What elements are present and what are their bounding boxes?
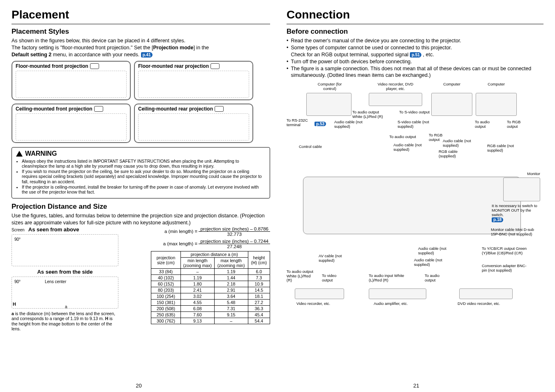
before-bullets: Read the owner's manual of the device yo… [287, 37, 543, 79]
cell: 1.19 [214, 269, 248, 275]
formula2-den: 27.248 [199, 244, 270, 249]
style-figure [138, 71, 249, 98]
cell: 200 (508) [151, 306, 181, 312]
warning-item: If you wish to mount the projector on th… [22, 169, 266, 184]
table-row: 300 (762)9.13–54.4 [151, 318, 270, 324]
cell: 3.02 [180, 293, 214, 300]
fig-above-box: 90° [12, 234, 118, 266]
dl-video-rec: Video recorder, DVD player, etc. [373, 82, 418, 91]
style-icon [94, 106, 103, 112]
style-label-1: Floor-mounted rear projection [138, 63, 209, 69]
th-dist: projection distance a (m) [180, 251, 248, 258]
dl-audio-cable-ns-2: Audio cable (not supplied) [393, 143, 426, 152]
warning-title: WARNING [25, 150, 57, 157]
intro-line2c: ] in the [193, 45, 209, 51]
formula1-num: projection size (inches) – 0.8786 [199, 226, 270, 232]
dl-svideo-out: To S-video output [399, 110, 436, 114]
heading-before: Before connection [287, 28, 543, 36]
th-max: max length (zooming min) [214, 258, 248, 269]
device-recorder [369, 93, 422, 106]
cell: – [214, 318, 248, 324]
title-connection: Connection [287, 8, 543, 21]
connection-diagram: Computer (for control) Video recorder, D… [287, 82, 543, 329]
bullet-item: Turn off the power of both devices befor… [287, 58, 543, 65]
cell: 33 (84) [151, 269, 181, 275]
style-box-ceiling-front: Ceiling-mounted front projection [12, 104, 131, 143]
dl-rgb-output-1: To RGB output [507, 120, 527, 129]
style-box-ceiling-rear: Ceiling-mounted rear projection [134, 104, 253, 143]
device-laptop [476, 93, 517, 116]
dl-computer2: Computer [480, 82, 513, 86]
dl-audio-amp: Audio amplifier, etc. [374, 302, 431, 306]
fig-screen-label: Screen [12, 228, 25, 232]
cell: 2.41 [180, 287, 214, 293]
intro-line2a: The factory setting is "floor-mounted fr… [12, 45, 153, 51]
heading-styles: Placement Styles [12, 28, 270, 36]
dl-dvd-rec: DVD video recorder, etc. [458, 302, 523, 306]
cell: 5.48 [214, 300, 248, 306]
bullet-text: Some types of computer cannot be used or… [291, 44, 452, 58]
dl-av-cable: AV cable (not supplied) [319, 254, 352, 263]
distance-table: projection size (cm) projection distance… [151, 251, 270, 324]
pageref-53: p.53 [314, 122, 326, 126]
bullet-item: The figure is a sample connection. This … [287, 65, 543, 79]
cell: 1.80 [180, 281, 214, 287]
dl-audio-output-2: To audio output [425, 274, 449, 282]
title-rule [12, 24, 270, 24]
cell: 2.18 [214, 281, 248, 287]
bullet-text: The figure is a sample connection. This … [291, 65, 543, 79]
style-label-0: Floor-mounted front projection [16, 63, 88, 69]
warning-list: Always obey the instructions listed in I… [22, 159, 266, 195]
pageref-51: p.51 [410, 52, 421, 58]
page-right: Connection Before connection Read the ow… [278, 0, 555, 392]
fig-above-label: As seen from above [28, 226, 79, 233]
h-label: H [13, 302, 16, 307]
dl-video-output: To video output [322, 274, 345, 282]
dl-audio-in-wr: To audio input White (L)/Red (R) [369, 274, 410, 282]
cell: 7.3 [248, 275, 270, 281]
intro-line3a: Default setting 2 [12, 52, 51, 58]
fig-side-label: As seen from the side [12, 269, 118, 275]
device-laptop [431, 93, 472, 116]
distance-intro: Use the figures, tables, and formulas be… [12, 212, 270, 226]
dl-audio-out-2: To audio output [389, 135, 422, 139]
bullet-item: Read the owner's manual of the device yo… [287, 37, 543, 44]
warning-item: Always obey the instructions listed in I… [22, 159, 266, 169]
a-label: a [65, 304, 67, 309]
cell: 4.55 [180, 300, 214, 306]
distance-section: Screen As seen from above 90° As seen fr… [12, 226, 270, 332]
cell: 250 (635) [151, 312, 181, 318]
cell: 80 (203) [151, 287, 181, 293]
projector-body [303, 177, 521, 234]
cell: 60 (152) [151, 281, 181, 287]
dl-monitor-cable: Monitor cable Mini D-sub 15P-BNC (not su… [491, 228, 540, 236]
device-monitor [503, 178, 540, 201]
dl-audio-out-wr-2: To audio output White (L)/Red (R) [287, 270, 315, 282]
formula-wrap: a (min length) = projection size (inches… [123, 226, 270, 332]
cell: 9.15 [214, 312, 248, 318]
cell: 27.2 [248, 300, 270, 306]
pageref-18: p.18 [492, 217, 503, 222]
lenscenter-label: Lens center [45, 279, 66, 284]
dl-rgb-cable-ns: RGB cable (not supplied) [487, 144, 520, 152]
styles-grid: Floor-mounted front projection Floor-mou… [12, 61, 270, 143]
style-icon [90, 63, 99, 69]
intro-line1: As shown in the figures below, this devi… [12, 38, 185, 44]
style-figure [16, 113, 127, 141]
dl-audio-cable-ns-1: Audio cable (not supplied) [334, 120, 363, 129]
formula1-den: 32.773 [199, 232, 270, 237]
cell: 10.9 [248, 281, 270, 287]
intro-line2b: Projection mode [153, 45, 193, 51]
bullet-text: Read the owner's manual of the device yo… [291, 37, 461, 44]
table-row: 150 (381)4.555.4827.2 [151, 300, 270, 306]
monitor-note-text: It is necessary to switch to MONITOR OUT… [492, 203, 537, 217]
device-laptop [306, 93, 352, 116]
cell: 1.19 [180, 275, 214, 281]
dl-rgb-cable-s: RGB cable (supplied) [439, 150, 467, 158]
table-row: 33 (84)–1.196.0 [151, 269, 270, 275]
cell: 7.31 [214, 306, 248, 312]
formula1-lhs: a (min length) = [164, 229, 199, 234]
style-figure [138, 113, 249, 141]
style-figure [16, 71, 127, 98]
dl-audio-out-wr: To audio output White (L)/Red (R) [352, 110, 385, 119]
